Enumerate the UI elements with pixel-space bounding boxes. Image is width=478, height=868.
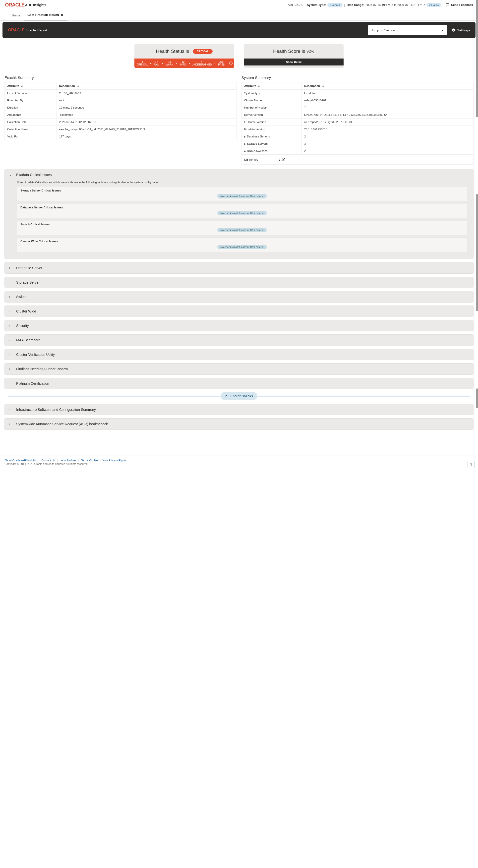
cell-description: nshqah03010201 bbox=[302, 97, 474, 104]
panel-header[interactable]: › Switch bbox=[5, 291, 473, 302]
chevron-down-icon: ▼ bbox=[441, 29, 444, 32]
flag-icon bbox=[225, 395, 228, 398]
cell-attribute[interactable]: ▶Storage Servers bbox=[242, 140, 302, 147]
system-summary-table: Attribute▲▼ Description▲▼ System TypeExa… bbox=[242, 82, 474, 155]
chevron-right-icon: › bbox=[9, 408, 12, 411]
sub-panel-title: Cluster Wide Critical Issues bbox=[17, 238, 467, 245]
expand-icon[interactable]: ▶ bbox=[244, 143, 246, 145]
chevron-right-icon: › bbox=[9, 295, 12, 299]
sub-panel: Switch Critical Issues No checks match c… bbox=[17, 221, 467, 235]
footer-link[interactable]: Terms Of Use bbox=[81, 459, 98, 462]
back-to-top-button[interactable]: ⇧ bbox=[468, 461, 475, 468]
system-summary-title: System Summary bbox=[242, 75, 474, 80]
panel-title: Security bbox=[16, 324, 29, 328]
cell-attribute: Cluster Name bbox=[242, 97, 302, 104]
footer-link[interactable]: About Oracle AHF Insights bbox=[4, 459, 37, 462]
exachk-summary: Exachk Summary Attribute▲▼ Description▲▼… bbox=[4, 75, 236, 164]
panel: › Findings Needing Further Review bbox=[4, 363, 474, 375]
panel-header[interactable]: ⌄ Exadata Critical Issues bbox=[5, 169, 473, 180]
no-match-chip: No checks match current filter criteria bbox=[217, 245, 266, 249]
info-icon[interactable]: i bbox=[229, 62, 232, 65]
footer-link[interactable]: Your Privacy Rights bbox=[102, 459, 126, 462]
copyright: Copyright © 2014, 2025 Oracle and/or its… bbox=[4, 462, 474, 465]
col-description[interactable]: Description▲▼ bbox=[302, 83, 474, 90]
table-row: System TypeExadata bbox=[242, 90, 474, 97]
cell-description: 177 days bbox=[57, 133, 236, 140]
close-icon[interactable]: ✕ bbox=[61, 13, 63, 17]
end-of-checks-divider: End of Checks bbox=[4, 392, 474, 400]
panel-header[interactable]: › MAA Scorecard bbox=[5, 335, 473, 346]
jump-to-section-select[interactable]: Jump To Section ▼ bbox=[368, 25, 447, 35]
panel-header[interactable]: › Database Server bbox=[5, 262, 473, 273]
cell-attribute: Arguments bbox=[5, 111, 57, 119]
cell-attribute: Executed By bbox=[5, 97, 57, 104]
db-homes-button[interactable]: 2 bbox=[277, 157, 287, 162]
table-row: Exadata Version25.1.3.0.0.250313 bbox=[242, 126, 474, 133]
panel-header[interactable]: › Systemwide Automatic Service Request (… bbox=[5, 418, 473, 430]
product-name: AHF Insights bbox=[25, 3, 46, 7]
cell-description: 12 mins, 9 seconds bbox=[57, 104, 236, 111]
footer-link[interactable]: Legal Notices bbox=[60, 459, 76, 462]
arrow-up-icon: ⇧ bbox=[470, 462, 473, 467]
separator: | bbox=[100, 459, 101, 462]
status-cards-row: Health Status is CRITICAL 3 CRITICAL• 17… bbox=[4, 44, 474, 68]
cell-description: 3 bbox=[302, 140, 474, 147]
col-attribute[interactable]: Attribute▲▼ bbox=[242, 83, 302, 90]
table-row: ▶Storage Servers3 bbox=[242, 140, 474, 147]
col-description[interactable]: Description▲▼ bbox=[57, 83, 236, 90]
report-title: Exachk Report bbox=[26, 28, 47, 32]
cell-attribute: Exadata Version bbox=[242, 126, 302, 133]
table-row: Number of Nodes7 bbox=[242, 104, 474, 111]
cell-attribute: Valid For bbox=[5, 133, 57, 140]
cell-description: root bbox=[57, 97, 236, 104]
time-range-chip[interactable]: 2 Hours bbox=[426, 3, 441, 7]
send-feedback-button[interactable]: Send Feedback bbox=[446, 3, 473, 7]
panel: › Infrastructure Software and Configurat… bbox=[4, 404, 474, 415]
sub-panel: Database Server Critical Issues No check… bbox=[17, 204, 467, 218]
separator: | bbox=[344, 3, 345, 7]
footer-link[interactable]: Contact Us bbox=[41, 459, 55, 462]
show-detail-button[interactable]: Show Detail bbox=[244, 59, 344, 65]
expand-icon[interactable]: ▶ bbox=[244, 135, 246, 138]
panel-exadata-critical-issues: ⌄ Exadata Critical Issues Note: Exadata … bbox=[4, 169, 474, 259]
chevron-right-icon: › bbox=[9, 310, 12, 313]
panel: › Switch bbox=[4, 291, 474, 303]
cell-attribute: Collection Date bbox=[5, 119, 57, 126]
panel-header[interactable]: › Platinum Certification bbox=[5, 378, 473, 389]
table-row: Kernel VersionLINUX X86-64 OELRHEL 8 5.4… bbox=[242, 111, 474, 119]
panel-title: Infrastructure Software and Configuratio… bbox=[16, 408, 96, 411]
panel-title: Cluster Wide bbox=[16, 309, 36, 313]
panel-title: Database Server bbox=[16, 266, 42, 270]
tab-bar: ⌂ Home Best Practice Issues ✕ bbox=[0, 10, 478, 21]
cell-description: -silentforce bbox=[57, 111, 236, 119]
panel-header[interactable]: › Storage Server bbox=[5, 277, 473, 288]
system-summary: System Summary Attribute▲▼ Description▲▼… bbox=[242, 75, 474, 164]
system-type-chip[interactable]: Exadata bbox=[327, 3, 342, 7]
cell-description: 2025-07-14 21:42:12.807158 bbox=[57, 119, 236, 126]
panel-header[interactable]: › Infrastructure Software and Configurat… bbox=[5, 404, 473, 415]
tab-best-practice-issues[interactable]: Best Practice Issues ✕ bbox=[24, 10, 67, 21]
chevron-right-icon: › bbox=[9, 382, 12, 385]
time-range-value: 2025-07-14 19:47:37 to 2025-07-14 21:47:… bbox=[365, 3, 425, 7]
health-score-value: 92% bbox=[307, 49, 314, 54]
panel-header[interactable]: › Findings Needing Further Review bbox=[5, 364, 473, 374]
chevron-right-icon: › bbox=[9, 338, 12, 342]
no-match-chip: No checks match current filter criteria bbox=[217, 211, 266, 215]
chevron-right-icon: › bbox=[9, 367, 12, 371]
table-row: ▶Database Servers2 bbox=[242, 133, 474, 140]
panel-header[interactable]: › Security bbox=[5, 320, 473, 331]
expand-icon[interactable]: ▶ bbox=[244, 150, 246, 152]
tab-home[interactable]: ⌂ Home bbox=[5, 10, 24, 20]
panel-header[interactable]: › Cluster Wide bbox=[5, 306, 473, 317]
settings-button[interactable]: Settings bbox=[452, 28, 470, 32]
cell-description: 2 bbox=[302, 147, 474, 155]
table-row: Valid For177 days bbox=[5, 133, 236, 140]
cell-attribute: System Type bbox=[242, 90, 302, 97]
db-homes-label: DB Homes bbox=[242, 155, 274, 164]
chevron-right-icon: › bbox=[9, 266, 12, 270]
panel-header[interactable]: › Cluster Verification Utility bbox=[5, 349, 473, 360]
cell-attribute[interactable]: ▶RDMA Switches bbox=[242, 147, 302, 155]
cell-attribute[interactable]: ▶Database Servers bbox=[242, 133, 302, 140]
cell-description: /u01/app/23.7.0.25/grid - 23.7.0.25.01 bbox=[302, 119, 474, 126]
col-attribute[interactable]: Attribute▲▼ bbox=[5, 83, 57, 90]
